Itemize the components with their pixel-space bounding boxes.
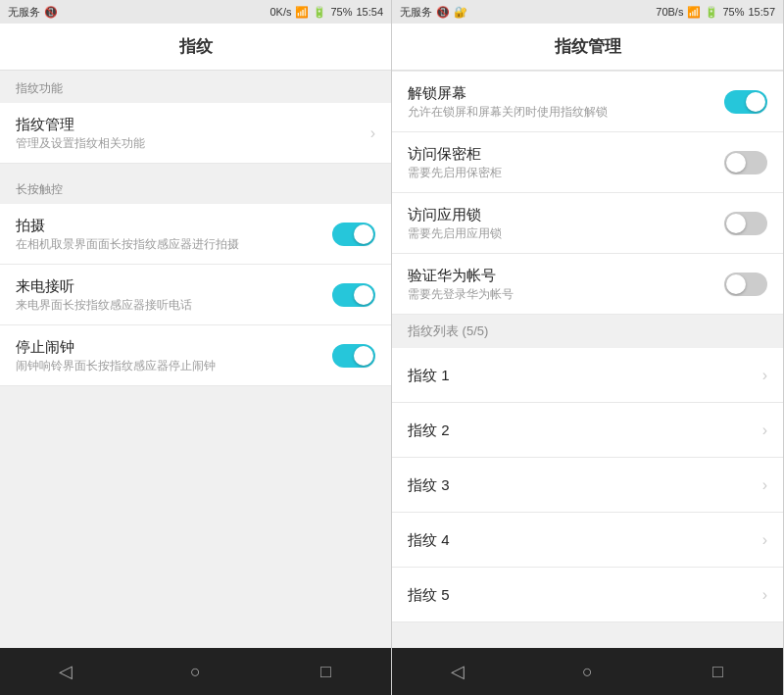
left-back-button[interactable]: ◁ [42, 648, 89, 695]
left-bottom-nav: ◁ ○ □ [0, 648, 391, 695]
left-status-bar: 无服务 📵 0K/s 📶 🔋 75% 15:54 [0, 0, 391, 24]
left-section-fingerprint-func: 指纹功能 [0, 71, 391, 103]
right-bottom-nav: ◁ ○ □ [392, 648, 783, 695]
call-title: 来电接听 [16, 276, 332, 296]
safe-toggle[interactable] [724, 151, 767, 174]
huawei-account-subtitle: 需要先登录华为帐号 [408, 287, 724, 303]
call-toggle-knob [354, 285, 373, 305]
fingerprint-3-chevron: › [762, 476, 767, 494]
safe-toggle-knob [726, 153, 746, 173]
fingerprint-management-chevron: › [370, 124, 375, 142]
applock-title: 访问应用锁 [408, 205, 724, 224]
left-battery-icon: 🔋 [313, 6, 326, 19]
left-title-bar: 指纹 [0, 24, 391, 71]
fingerprint-5-title: 指纹 5 [408, 585, 450, 605]
left-title: 指纹 [179, 35, 213, 58]
call-item: 来电接听 来电界面长按指纹感应器接听电话 [0, 265, 391, 325]
safe-title: 访问保密柜 [408, 144, 724, 164]
left-home-button[interactable]: ○ [172, 648, 220, 695]
fingerprint-4-title: 指纹 4 [408, 530, 450, 550]
left-status-right: 0K/s 📶 🔋 75% 15:54 [270, 6, 383, 19]
fingerprint-2-chevron: › [762, 422, 767, 439]
alarm-title: 停止闹钟 [16, 337, 332, 357]
left-battery: 75% [330, 6, 352, 18]
right-panel: 无服务 📵 🔐 70B/s 📶 🔋 75% 15:57 指纹管理 解锁屏幕 允许… [392, 0, 784, 695]
right-home-button[interactable]: ○ [564, 648, 612, 695]
unlock-screen-subtitle: 允许在锁屏和屏幕关闭时使用指纹解锁 [408, 105, 724, 121]
left-content: 指纹功能 指纹管理 管理及设置指纹相关功能 › 长按触控 拍摄 在相机取景界面面… [0, 71, 391, 648]
fingerprint-list-header: 指纹列表 (5/5) [392, 315, 783, 348]
alarm-subtitle: 闹钟响铃界面长按指纹感应器停止闹钟 [16, 359, 332, 374]
right-wifi-icon: 📶 [687, 6, 701, 19]
alarm-toggle-knob [354, 346, 373, 366]
safe-subtitle: 需要先启用保密柜 [408, 166, 724, 181]
unlock-screen-title: 解锁屏幕 [408, 83, 724, 103]
right-back-button[interactable]: ◁ [434, 648, 481, 695]
right-title-bar: 指纹管理 [392, 24, 783, 71]
right-status-bar: 无服务 📵 🔐 70B/s 📶 🔋 75% 15:57 [392, 0, 783, 24]
fingerprint-5-item[interactable]: 指纹 5 › [392, 568, 783, 622]
huawei-account-toggle[interactable] [724, 273, 767, 296]
left-status-left: 无服务 📵 [8, 5, 58, 20]
fingerprint-4-item[interactable]: 指纹 4 › [392, 513, 783, 568]
fingerprint-4-chevron: › [762, 531, 767, 549]
left-section-long-press: 长按触控 [0, 172, 391, 204]
huawei-account-title: 验证华为帐号 [408, 266, 724, 285]
applock-item: 访问应用锁 需要先启用应用锁 [392, 193, 783, 254]
fingerprint-2-title: 指纹 2 [408, 421, 450, 440]
huawei-account-item: 验证华为帐号 需要先登录华为帐号 [392, 254, 783, 315]
fingerprint-2-item[interactable]: 指纹 2 › [392, 403, 783, 458]
right-speed: 70B/s [656, 6, 683, 18]
fingerprint-1-title: 指纹 1 [408, 366, 450, 385]
safe-item: 访问保密柜 需要先启用保密柜 [392, 132, 783, 193]
camera-item: 拍摄 在相机取景界面面长按指纹感应器进行拍摄 [0, 204, 391, 265]
right-recents-button[interactable]: □ [695, 648, 742, 695]
left-time: 15:54 [356, 6, 383, 18]
right-status-right: 70B/s 📶 🔋 75% 15:57 [656, 6, 775, 19]
left-carrier: 无服务 [8, 5, 40, 20]
right-content: 解锁屏幕 允许在锁屏和屏幕关闭时使用指纹解锁 访问保密柜 需要先启用保密柜 访问… [392, 71, 783, 648]
left-carrier-icon: 📵 [44, 6, 58, 19]
right-time: 15:57 [748, 6, 775, 18]
alarm-toggle[interactable] [332, 344, 375, 368]
left-wifi-icon: 📶 [295, 6, 309, 19]
fingerprint-3-item[interactable]: 指纹 3 › [392, 458, 783, 513]
right-battery-icon: 🔋 [705, 6, 718, 19]
left-gap-1 [0, 164, 391, 172]
fingerprint-management-item[interactable]: 指纹管理 管理及设置指纹相关功能 › [0, 103, 391, 164]
left-recents-button[interactable]: □ [303, 648, 350, 695]
right-title: 指纹管理 [555, 35, 621, 58]
call-toggle[interactable] [332, 283, 375, 307]
fingerprint-1-chevron: › [762, 367, 767, 384]
camera-subtitle: 在相机取景界面面长按指纹感应器进行拍摄 [16, 237, 332, 253]
unlock-screen-toggle[interactable] [724, 90, 767, 114]
fingerprint-1-item[interactable]: 指纹 1 › [392, 348, 783, 403]
right-status-left: 无服务 📵 🔐 [400, 5, 467, 20]
fingerprint-3-title: 指纹 3 [408, 475, 450, 495]
fingerprint-management-title: 指纹管理 [16, 115, 363, 134]
applock-subtitle: 需要先启用应用锁 [408, 226, 724, 242]
right-battery: 75% [722, 6, 744, 18]
call-subtitle: 来电界面长按指纹感应器接听电话 [16, 298, 332, 314]
applock-toggle[interactable] [724, 212, 767, 235]
applock-toggle-knob [726, 214, 746, 233]
camera-toggle[interactable] [332, 223, 375, 246]
unlock-screen-item: 解锁屏幕 允许在锁屏和屏幕关闭时使用指纹解锁 [392, 71, 783, 132]
left-speed: 0K/s [270, 6, 291, 18]
right-carrier-icon: 📵 [436, 6, 450, 19]
right-app-icon: 🔐 [454, 6, 467, 19]
camera-title: 拍摄 [16, 216, 332, 235]
fingerprint-5-chevron: › [762, 586, 767, 604]
alarm-item: 停止闹钟 闹钟响铃界面长按指纹感应器停止闹钟 [0, 325, 391, 386]
left-panel: 无服务 📵 0K/s 📶 🔋 75% 15:54 指纹 指纹功能 指纹管理 管理… [0, 0, 392, 695]
right-carrier: 无服务 [400, 5, 432, 20]
unlock-screen-toggle-knob [746, 92, 765, 112]
camera-toggle-knob [354, 224, 373, 244]
fingerprint-management-subtitle: 管理及设置指纹相关功能 [16, 136, 363, 152]
huawei-account-toggle-knob [726, 274, 746, 294]
